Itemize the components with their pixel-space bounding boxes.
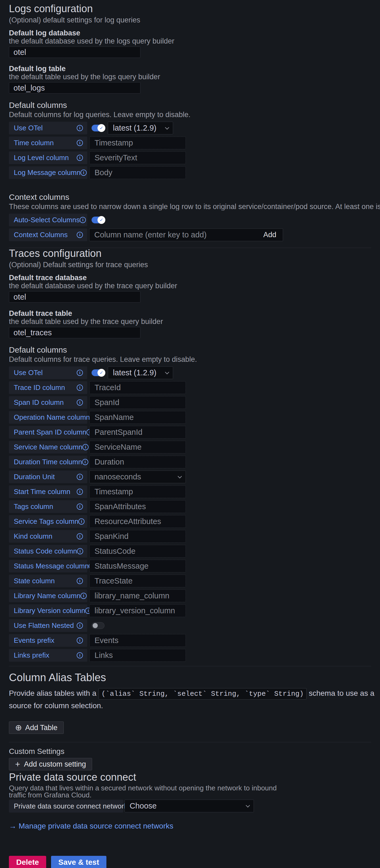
- default-trace-database-input[interactable]: [9, 291, 140, 303]
- logs-default-columns-heading: Default columns: [9, 101, 380, 110]
- column-row-service-name-column: Service Name column: [9, 441, 380, 454]
- logs-section-subtitle: (Optional) default settings for log quer…: [9, 16, 380, 24]
- row-label-operation-name-column: Operation Name column: [9, 411, 87, 424]
- default-log-table-input[interactable]: [9, 82, 140, 94]
- traces-default-columns-rows: Use OTellatest (1.2.9)Trace ID columnSpa…: [9, 366, 380, 662]
- info-icon[interactable]: [80, 169, 87, 176]
- alias-tables-desc: Provide alias tables with a (`alias` Str…: [9, 687, 380, 712]
- info-icon[interactable]: [77, 652, 83, 658]
- pdc-network-select-value: Choose: [130, 802, 157, 810]
- save-and-test-button[interactable]: Save & test: [51, 856, 106, 868]
- column-row-service-tags-column: Service Tags column: [9, 515, 380, 528]
- row-input-links-prefix[interactable]: [90, 649, 186, 662]
- default-trace-table-label: Default trace table: [9, 310, 380, 317]
- default-log-database-input[interactable]: [9, 46, 140, 58]
- row-input-operation-name-column[interactable]: [90, 411, 186, 424]
- info-icon[interactable]: [77, 125, 83, 131]
- logs-configuration-section: Logs configuration (Optional) default se…: [9, 3, 380, 241]
- row-input-library-name-column[interactable]: [90, 589, 186, 602]
- info-icon[interactable]: [77, 384, 83, 391]
- column-row-use-otel: Use OTellatest (1.2.9): [9, 122, 380, 134]
- row-input-parent-span-id-column[interactable]: [90, 426, 186, 439]
- plus-icon: [15, 760, 20, 769]
- row-label-text: Service Tags column: [14, 517, 78, 526]
- use-otel-toggle[interactable]: [92, 125, 105, 131]
- row-label-service-tags-column: Service Tags column: [9, 515, 87, 528]
- row-input-service-tags-column[interactable]: [90, 515, 186, 528]
- column-row-parent-span-id-column: Parent Span ID column: [9, 426, 380, 439]
- row-input-library-version-column[interactable]: [90, 604, 186, 617]
- row-label-library-name-column: Library Name column: [9, 589, 87, 602]
- row-input-tags-column[interactable]: [90, 500, 186, 513]
- manage-pdc-link-label: Manage private data source connect netwo…: [19, 822, 173, 830]
- row-input-time-column[interactable]: [90, 136, 186, 149]
- column-row-trace-id-column: Trace ID column: [9, 381, 380, 394]
- otel-version-select[interactable]: latest (1.2.9): [108, 366, 173, 379]
- row-label-duration-unit: Duration Unit: [9, 470, 87, 483]
- circle-plus-icon: [15, 723, 22, 732]
- info-icon[interactable]: [77, 637, 83, 644]
- row-label-tags-column: Tags column: [9, 500, 87, 513]
- traces-default-columns-heading: Default columns: [9, 345, 380, 354]
- toggle-knob-check-icon: [98, 124, 105, 132]
- default-log-database-label: Default log database: [9, 29, 380, 37]
- manage-pdc-networks-link[interactable]: Manage private data source connect netwo…: [9, 822, 380, 830]
- auto-select-columns-toggle[interactable]: [92, 217, 105, 223]
- row-input-events-prefix[interactable]: [90, 634, 186, 647]
- info-icon[interactable]: [77, 232, 83, 238]
- row-select-duration-unit[interactable]: nanoseconds: [90, 470, 186, 483]
- info-icon[interactable]: [82, 444, 89, 450]
- column-row-use-otel: Use OTellatest (1.2.9): [9, 366, 380, 379]
- toggle-knob: [93, 623, 98, 628]
- row-label-text: Library Name column: [14, 592, 80, 600]
- info-icon[interactable]: [77, 155, 83, 161]
- row-input-state-column[interactable]: [90, 575, 186, 587]
- row-input-trace-id-column[interactable]: [90, 381, 186, 394]
- default-trace-table-input[interactable]: [9, 327, 140, 338]
- arrow-right-icon: [9, 822, 16, 830]
- info-icon[interactable]: [78, 518, 84, 525]
- row-input-service-name-column[interactable]: [90, 441, 186, 454]
- pdc-network-select[interactable]: Choose: [125, 800, 254, 812]
- delete-button[interactable]: Delete: [9, 856, 46, 868]
- default-trace-database-desc: the default database used by the trace q…: [9, 282, 380, 289]
- use-otel-toggle[interactable]: [92, 369, 105, 376]
- otel-version-value: latest (1.2.9): [113, 124, 157, 132]
- row-input-log-level-column[interactable]: [90, 151, 186, 164]
- info-icon[interactable]: [82, 459, 88, 465]
- column-row-kind-column: Kind column: [9, 530, 380, 543]
- row-input-log-message-column[interactable]: [90, 166, 186, 179]
- info-icon[interactable]: [77, 622, 83, 629]
- column-row-operation-name-column: Operation Name column: [9, 411, 380, 424]
- info-icon[interactable]: [77, 533, 83, 539]
- row-label-log-level-column: Log Level column: [9, 151, 87, 164]
- info-icon[interactable]: [77, 370, 83, 376]
- info-icon[interactable]: [80, 593, 87, 599]
- info-icon[interactable]: [77, 548, 83, 554]
- info-icon[interactable]: [80, 217, 86, 223]
- row-input-span-id-column[interactable]: [90, 396, 186, 409]
- info-icon[interactable]: [77, 578, 83, 584]
- row-input-status-code-column[interactable]: [90, 545, 186, 558]
- context-columns-input[interactable]: [90, 229, 263, 241]
- info-icon[interactable]: [77, 503, 83, 510]
- add-custom-setting-button[interactable]: Add custom setting: [9, 758, 92, 770]
- info-icon[interactable]: [77, 140, 83, 146]
- column-row-events-prefix: Events prefix: [9, 634, 380, 647]
- info-icon[interactable]: [77, 399, 83, 406]
- add-table-button[interactable]: Add Table: [9, 721, 64, 734]
- info-icon[interactable]: [77, 474, 83, 480]
- row-input-start-time-column[interactable]: [90, 485, 186, 498]
- info-icon[interactable]: [77, 489, 83, 495]
- row-toggle-use-flatten-nested[interactable]: [92, 622, 105, 629]
- column-row-links-prefix: Links prefix: [9, 649, 380, 662]
- row-input-status-message-column[interactable]: [90, 560, 186, 572]
- row-label-context-columns: Context Columns: [9, 228, 87, 241]
- row-input-duration-time-column[interactable]: [90, 456, 186, 468]
- row-label-text: Status Message column: [14, 562, 89, 570]
- row-label-use-otel: Use OTel: [9, 122, 87, 134]
- add-context-column-button[interactable]: Add: [263, 231, 276, 239]
- row-input-kind-column[interactable]: [90, 530, 186, 543]
- row-label-status-message-column: Status Message column: [9, 560, 87, 572]
- otel-version-select[interactable]: latest (1.2.9): [108, 122, 173, 134]
